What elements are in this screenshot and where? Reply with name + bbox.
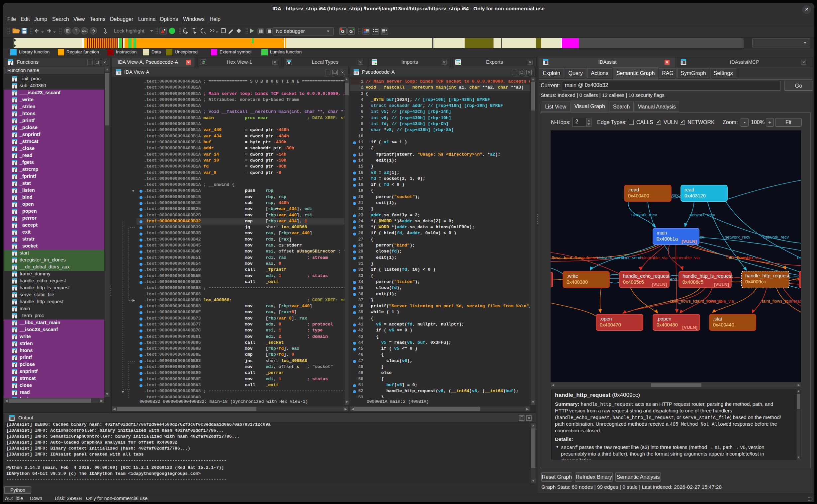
- svg-text:handle_http_ls_request: handle_http_ls_request: [683, 273, 733, 279]
- svg-text:handle_echo_request: handle_echo_request: [623, 273, 669, 279]
- svg-text:0x4009cc: 0x4009cc: [745, 279, 766, 284]
- svg-text:.popen: .popen: [657, 316, 671, 322]
- svg-text:network_recv: network_recv: [631, 212, 657, 217]
- svg-text:main: main: [657, 230, 667, 236]
- svg-text:[VULN]: [VULN]: [714, 282, 729, 287]
- svg-text:0x4005c6: 0x4005c6: [623, 279, 644, 285]
- svg-text:0x400380: 0x400380: [566, 279, 588, 285]
- svg-text:vulnerable_via: vulnerable_via: [672, 255, 700, 260]
- svg-text:T: T: [75, 29, 77, 33]
- svg-text:0x400b1a: 0x400b1a: [657, 236, 678, 242]
- svg-text:0x400400: 0x400400: [628, 193, 649, 198]
- svg-text:0x400470: 0x400470: [600, 322, 621, 327]
- svg-text:0x400480: 0x400480: [657, 322, 678, 327]
- svg-text:0x403120: 0x403120: [685, 193, 706, 198]
- svg-text:0x4006c5: 0x4006c5: [683, 279, 704, 285]
- svg-text:.read: .read: [628, 187, 639, 192]
- svg-text:Lock highlight: Lock highlight: [114, 28, 145, 34]
- svg-text:vulnerable_via: vulnerable_via: [640, 255, 668, 260]
- svg-text:N%: N%: [82, 30, 87, 33]
- svg-text:read: read: [685, 187, 694, 192]
- svg-text:0x400440: 0x400440: [713, 322, 734, 327]
- svg-text:network_recv: network_recv: [763, 235, 789, 240]
- svg-text:.stat: .stat: [713, 316, 722, 322]
- svg-text:vulnerable_via: vulnerable_via: [706, 299, 734, 304]
- svg-text:[VULN]: [VULN]: [682, 325, 698, 330]
- svg-text:network_send: network_send: [615, 255, 641, 260]
- svg-text:vulnerabl: vulnerabl: [785, 299, 801, 304]
- svg-text:G: G: [349, 29, 353, 34]
- svg-text:handle_http_request: handle_http_request: [745, 273, 789, 278]
- svg-text:taint_flows_to: taint_flows_to: [670, 299, 697, 304]
- svg-text:network_recv: network_recv: [690, 212, 715, 217]
- svg-text:netw: netw: [797, 255, 801, 260]
- svg-text:[VULN]: [VULN]: [652, 282, 667, 287]
- svg-text:.open: .open: [600, 316, 612, 322]
- svg-text:taint_flows_to: taint_flows_to: [762, 299, 788, 304]
- svg-text:[VULN]: [VULN]: [682, 239, 697, 244]
- svg-text:erable_via: erable_via: [741, 255, 761, 260]
- svg-text:network_recv: network_recv: [725, 235, 751, 240]
- svg-text:.write: .write: [566, 273, 578, 279]
